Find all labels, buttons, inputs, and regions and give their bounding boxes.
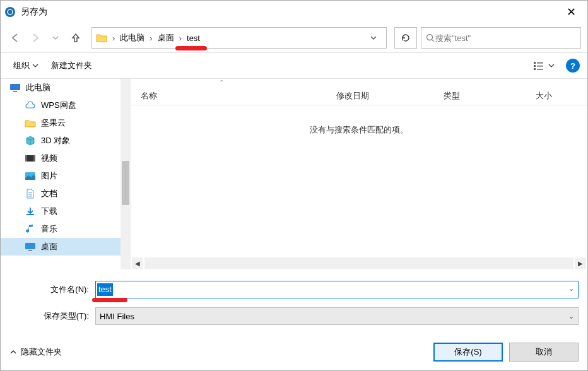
empty-message: 没有与搜索条件匹配的项。 <box>131 105 587 257</box>
music-icon <box>25 223 36 235</box>
sidebar-label: 此电脑 <box>26 82 50 93</box>
video-icon <box>25 153 36 164</box>
close-button[interactable]: ✕ <box>558 5 584 19</box>
column-date[interactable]: 修改日期 <box>334 90 441 102</box>
sidebar-label: 音乐 <box>41 223 57 235</box>
svg-rect-11 <box>25 155 27 162</box>
chevron-right-icon: › <box>148 33 153 43</box>
refresh-button[interactable] <box>394 27 417 49</box>
sidebar-label: 桌面 <box>41 241 57 252</box>
column-size[interactable]: 大小 <box>533 90 571 102</box>
new-folder-button[interactable]: 新建文件夹 <box>46 57 97 74</box>
scroll-left-button[interactable]: ◀ <box>132 257 143 269</box>
nav-recent-dropdown[interactable] <box>47 30 64 46</box>
svg-point-0 <box>5 7 15 17</box>
svg-rect-15 <box>28 250 32 251</box>
chevron-down-icon[interactable]: ⌄ <box>568 312 574 321</box>
folder-icon <box>92 28 111 48</box>
sidebar-label: 坚果云 <box>41 117 66 129</box>
sidebar-3d-objects[interactable]: 3D 对象 <box>1 132 121 150</box>
folder-icon <box>25 117 36 129</box>
download-icon <box>25 206 36 217</box>
sidebar-label: WPS网盘 <box>41 100 76 111</box>
sidebar-pictures[interactable]: 图片 <box>1 167 121 185</box>
svg-rect-5 <box>537 62 543 64</box>
horizontal-scrollbar[interactable]: ◀ ▶ <box>131 257 587 269</box>
svg-rect-9 <box>13 91 17 92</box>
svg-point-1 <box>427 35 433 40</box>
scrollbar-thumb[interactable] <box>122 161 129 205</box>
help-button[interactable]: ? <box>566 59 580 73</box>
pc-icon <box>9 82 21 93</box>
nav-forward-button[interactable] <box>27 30 44 46</box>
sidebar-label: 文档 <box>41 188 57 199</box>
scroll-track[interactable] <box>144 257 573 269</box>
column-headers: 名称 修改日期 类型 大小 <box>131 86 587 105</box>
scroll-right-button[interactable]: ▶ <box>575 257 586 269</box>
picture-icon <box>25 170 36 182</box>
hide-folders-button[interactable]: 隐藏文件夹 <box>9 346 427 358</box>
sidebar-jianguo[interactable]: 坚果云 <box>1 114 121 132</box>
sidebar-label: 视频 <box>41 153 57 164</box>
desktop-icon <box>25 241 36 252</box>
save-button[interactable]: 保存(S) <box>433 343 503 362</box>
cloud-icon <box>25 100 36 111</box>
cancel-button[interactable]: 取消 <box>509 343 579 362</box>
title-bar: 另存为 ✕ <box>1 1 587 23</box>
svg-rect-6 <box>537 66 543 67</box>
breadcrumb-current-label: test <box>187 33 200 43</box>
filetype-label: 保存类型(T): <box>9 310 95 322</box>
chevron-right-icon: › <box>178 33 183 43</box>
annotation-mark <box>175 46 207 50</box>
sidebar-label: 下载 <box>41 206 57 217</box>
search-box[interactable] <box>421 27 581 49</box>
new-folder-label: 新建文件夹 <box>51 60 92 71</box>
svg-rect-12 <box>33 155 35 162</box>
chevron-right-icon[interactable]: › <box>111 33 116 43</box>
svg-rect-2 <box>534 62 536 64</box>
sort-indicator: ⌃ <box>131 79 587 86</box>
file-area: ⌃ 名称 修改日期 类型 大小 没有与搜索条件匹配的项。 ◀ ▶ <box>131 79 587 269</box>
filename-input[interactable]: test ⌄ <box>95 281 579 298</box>
nav-up-button[interactable] <box>68 30 84 46</box>
breadcrumb-this-pc[interactable]: 此电脑 <box>116 28 148 48</box>
sidebar-this-pc[interactable]: 此电脑 <box>1 79 121 97</box>
breadcrumb-current[interactable]: test <box>183 28 204 48</box>
sidebar-videos[interactable]: 视频 <box>1 150 121 167</box>
sidebar-downloads[interactable]: 下载 <box>1 203 121 220</box>
sidebar-scrollbar[interactable] <box>121 79 131 269</box>
cube-icon <box>25 135 36 146</box>
footer: 隐藏文件夹 保存(S) 取消 <box>1 338 587 370</box>
body-region: 此电脑 WPS网盘 坚果云 3D 对象 视频 图片 文档 下载 <box>1 79 587 269</box>
sidebar-desktop[interactable]: 桌面 <box>1 238 121 256</box>
breadcrumb-desktop[interactable]: 桌面 <box>154 28 178 48</box>
sidebar-documents[interactable]: 文档 <box>1 185 121 203</box>
sidebar-music[interactable]: 音乐 <box>1 220 121 238</box>
document-icon <box>25 188 36 199</box>
sidebar-wps[interactable]: WPS网盘 <box>1 97 121 114</box>
svg-rect-3 <box>534 65 536 67</box>
filetype-select[interactable]: HMI Files ⌄ <box>95 307 579 325</box>
nav-back-button[interactable] <box>7 30 23 46</box>
filetype-value: HMI Files <box>100 312 134 321</box>
chevron-down-icon[interactable]: ⌄ <box>568 285 574 293</box>
annotation-mark <box>92 298 127 302</box>
organize-button[interactable]: 组织 <box>8 57 44 74</box>
nav-row: › 此电脑 › 桌面 › test <box>1 23 587 52</box>
svg-rect-8 <box>10 84 20 90</box>
filename-label: 文件名(N): <box>9 284 95 295</box>
svg-rect-14 <box>25 243 35 249</box>
column-type[interactable]: 类型 <box>441 90 533 102</box>
filename-value: test <box>97 283 113 296</box>
sidebar-label: 3D 对象 <box>41 135 70 146</box>
view-options-button[interactable] <box>531 58 557 73</box>
svg-rect-7 <box>537 69 543 70</box>
hide-folders-label: 隐藏文件夹 <box>21 346 62 358</box>
column-name[interactable]: 名称 <box>138 90 334 102</box>
toolbar: 组织 新建文件夹 ? <box>1 52 587 79</box>
address-dropdown[interactable] <box>370 34 386 42</box>
organize-label: 组织 <box>13 60 30 71</box>
sidebar: 此电脑 WPS网盘 坚果云 3D 对象 视频 图片 文档 下载 <box>1 79 121 269</box>
search-input[interactable] <box>435 33 577 43</box>
address-bar[interactable]: › 此电脑 › 桌面 › test <box>91 27 387 49</box>
